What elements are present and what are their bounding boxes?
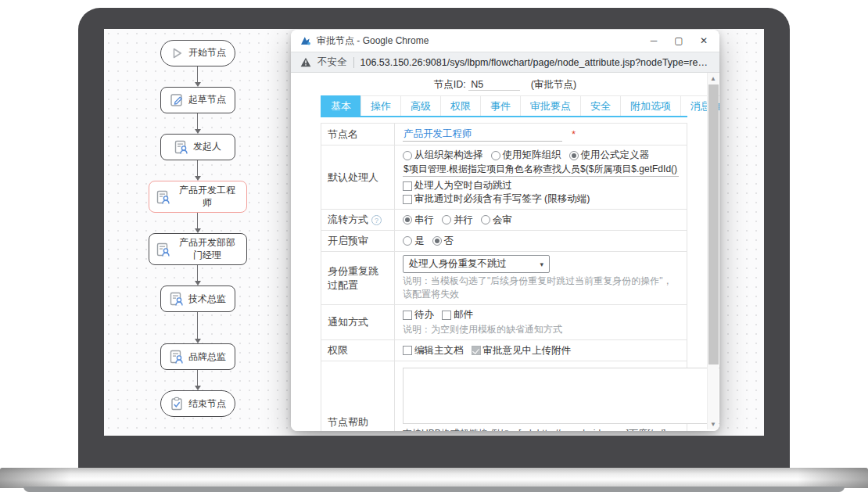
radio-icon xyxy=(432,236,442,246)
checkbox-label: 审批意见中上传附件 xyxy=(483,344,572,357)
radio-label: 是 xyxy=(414,235,425,248)
row-flow-mode: 流转方式 ? 串行并行会审 xyxy=(321,210,687,231)
scrollbar-thumb[interactable] xyxy=(708,84,719,365)
scroll-down-icon[interactable]: ▼ xyxy=(708,418,719,429)
radio-icon xyxy=(491,151,500,160)
help-icon[interactable]: ? xyxy=(371,215,382,225)
radio-label: 使用矩阵组织 xyxy=(503,149,561,162)
radio-option[interactable]: 从组织架构选择 xyxy=(403,149,483,162)
flow-node-起草节点[interactable]: 起草节点 xyxy=(160,87,235,113)
checkbox-option[interactable]: 编辑主文档 xyxy=(403,344,464,357)
laptop-base-lip xyxy=(23,487,845,492)
page: 开始节点起草节点发起人产品开发工程师产品开发部部门经理技术总监品牌总监结束节点 … xyxy=(0,0,868,492)
radio-option[interactable]: 使用矩阵组织 xyxy=(491,149,561,162)
dialog-content: 节点ID: N5 (审批节点) 基本操作高级权限事件审批要点安全附加选项消息自定… xyxy=(291,73,719,431)
node-help-textarea[interactable] xyxy=(403,368,719,424)
person-icon xyxy=(174,139,189,155)
radio-option[interactable]: 否 xyxy=(432,235,454,248)
draft-icon xyxy=(169,92,185,108)
address-bar[interactable]: 不安全 106.53.150.26:9081/sys/lbpm/flowchar… xyxy=(291,52,719,73)
notify-label: 通知方式 xyxy=(321,305,395,339)
tab-附加选项[interactable]: 附加选项 xyxy=(620,95,681,116)
checkbox-label: 待办 xyxy=(414,308,434,321)
radio-option[interactable]: 会审 xyxy=(481,214,512,227)
pre-review-group: 是否 xyxy=(403,235,679,248)
flow-node-产品开发部部门经理[interactable]: 产品开发部部门经理 xyxy=(149,233,247,265)
url-text: 106.53.150.26:9081/sys/lbpm/flowchart/pa… xyxy=(360,57,711,68)
window-titlebar[interactable]: 审批节点 - Google Chrome ─ ▢ ✕ xyxy=(291,30,719,52)
radio-label: 从组织架构选择 xyxy=(414,149,483,162)
checkbox-option[interactable]: 邮件 xyxy=(442,308,473,321)
radio-option[interactable]: 并行 xyxy=(442,214,473,227)
handler-formula-input[interactable] xyxy=(403,162,679,177)
row-node-help: 节点帮助 支持UBB格式超链接 例如：[url=http://www.baidu… xyxy=(321,361,687,431)
handler-source-group: 从组织架构选择使用矩阵组织使用公式定义器 xyxy=(403,149,679,162)
tab-高级[interactable]: 高级 xyxy=(400,95,441,116)
radio-option[interactable]: 是 xyxy=(403,235,425,248)
flow-node-品牌总监[interactable]: 品牌总监 xyxy=(160,343,235,370)
identity-skip-selected: 处理人身份重复不跳过 xyxy=(409,257,507,271)
flow-node-技术总监[interactable]: 技术总监 xyxy=(160,286,235,312)
laptop-bezel: 开始节点起草节点发起人产品开发工程师产品开发部部门经理技术总监品牌总监结束节点 … xyxy=(78,8,790,471)
checkbox-option[interactable]: 审批意见中上传附件 xyxy=(472,344,572,357)
flow-arrow xyxy=(195,213,201,233)
tab-权限[interactable]: 权限 xyxy=(440,95,481,116)
node-id-value: N5 xyxy=(468,79,520,91)
node-id-label: 节点ID: xyxy=(434,79,466,90)
ubb-hint: 支持UBB格式超链接 例如：[url=http://www.baidu.com]… xyxy=(403,427,719,431)
checkbox-option[interactable]: 处理人为空时自动跳过 xyxy=(403,179,512,192)
checkbox-option[interactable]: 待办 xyxy=(403,308,434,321)
flowchart-canvas: 开始节点起草节点发起人产品开发工程师产品开发部部门经理技术总监品牌总监结束节点 xyxy=(104,40,291,417)
maximize-icon[interactable]: ▢ xyxy=(666,31,691,50)
flow-arrow xyxy=(195,265,201,286)
node-name-input[interactable] xyxy=(403,127,562,142)
checkbox-label: 审批通过时必须含有手写签字 (限移动端) xyxy=(414,192,590,206)
radio-option[interactable]: 使用公式定义器 xyxy=(569,149,650,162)
row-permission: 权限 编辑主文档审批意见中上传附件 xyxy=(321,340,687,361)
chevron-down-icon: ▾ xyxy=(540,260,543,268)
tab-事件[interactable]: 事件 xyxy=(480,95,521,116)
row-identity-skip: 身份重复跳过配置 处理人身份重复不跳过 ▾ 说明：当模板勾选了"后续身份重复时跳… xyxy=(321,252,687,305)
checkbox-icon xyxy=(403,311,412,320)
minimize-icon[interactable]: ─ xyxy=(641,31,666,50)
flow-mode-group: 串行并行会审 xyxy=(403,214,679,227)
permission-group: 编辑主文档审批意见中上传附件 xyxy=(403,344,679,357)
checkbox-icon xyxy=(403,181,412,191)
identity-skip-label: 身份重复跳过配置 xyxy=(321,252,395,304)
laptop-screen: 开始节点起草节点发起人产品开发工程师产品开发部部门经理技术总监品牌总监结束节点 … xyxy=(104,29,764,436)
flow-node-结束节点[interactable]: 结束节点 xyxy=(160,390,235,417)
flow-node-产品开发工程师[interactable]: 产品开发工程师 xyxy=(149,181,247,213)
radio-option[interactable]: 串行 xyxy=(403,214,434,227)
row-pre-review: 开启预审 是否 xyxy=(321,231,687,252)
scrollbar[interactable]: ▲ ▼ xyxy=(707,73,719,429)
person-icon xyxy=(169,291,185,307)
window-title: 审批节点 - Google Chrome xyxy=(317,34,429,48)
pre-review-label: 开启预审 xyxy=(321,231,395,251)
scroll-up-icon[interactable]: ▲ xyxy=(708,73,719,84)
row-default-handler: 默认处理人 从组织架构选择使用矩阵组织使用公式定义器 处理人为空时自动跳过审批通… xyxy=(321,145,687,210)
close-icon[interactable]: ✕ xyxy=(691,31,716,50)
tab-操作[interactable]: 操作 xyxy=(360,95,401,116)
required-asterisk: * xyxy=(572,128,576,140)
radio-label: 串行 xyxy=(414,214,434,227)
flow-node-label: 起草节点 xyxy=(188,94,226,106)
tab-安全[interactable]: 安全 xyxy=(580,95,621,116)
flow-arrow xyxy=(195,370,201,390)
tab-审批要点[interactable]: 审批要点 xyxy=(520,95,581,116)
node-name-label: 节点名 xyxy=(321,124,395,145)
tab-基本[interactable]: 基本 xyxy=(321,95,361,116)
flow-arrow xyxy=(195,312,201,343)
radio-label: 使用公式定义器 xyxy=(581,149,650,162)
play-icon xyxy=(169,45,185,61)
identity-skip-select[interactable]: 处理人身份重复不跳过 ▾ xyxy=(403,255,550,273)
flow-node-开始节点[interactable]: 开始节点 xyxy=(160,40,235,66)
radio-label: 否 xyxy=(444,235,454,248)
notify-group: 待办邮件 xyxy=(403,308,679,321)
checkbox-option[interactable]: 审批通过时必须含有手写签字 (限移动端) xyxy=(403,192,590,206)
security-label: 不安全 xyxy=(317,56,347,69)
row-node-name: 节点名 * xyxy=(321,124,687,145)
checkbox-icon xyxy=(472,346,481,355)
radio-icon xyxy=(403,215,412,224)
flow-node-发起人[interactable]: 发起人 xyxy=(160,134,235,160)
handler-flags-group: 处理人为空时自动跳过审批通过时必须含有手写签字 (限移动端) xyxy=(403,179,679,206)
